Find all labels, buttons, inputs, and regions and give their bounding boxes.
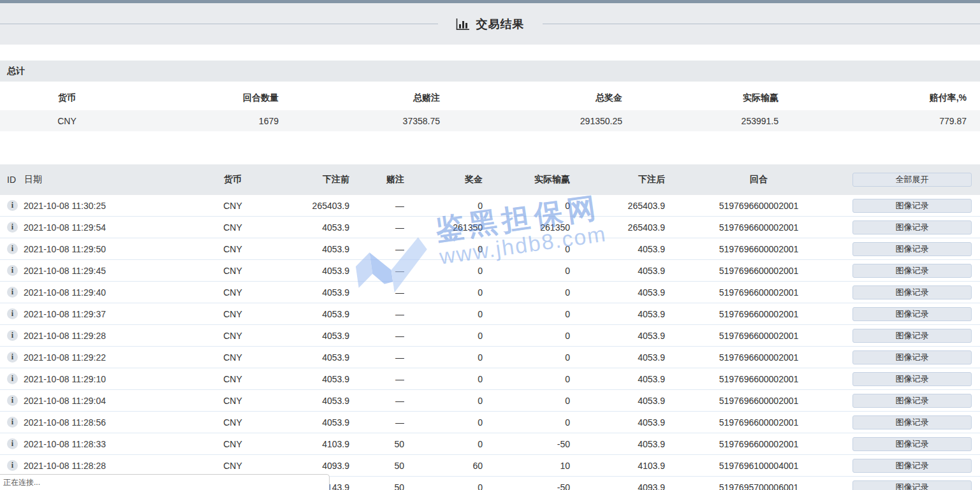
- image-record-button[interactable]: 图像记录: [852, 350, 972, 364]
- info-icon[interactable]: i: [7, 395, 18, 406]
- image-record-button[interactable]: 图像记录: [852, 285, 972, 299]
- header-prize: 奖金: [404, 174, 483, 185]
- connection-status-bar: 正在连接...: [0, 474, 330, 490]
- header-currency: 货币: [204, 174, 261, 185]
- totals-currency-value: CNY: [0, 116, 134, 126]
- page-title: 交易结果: [476, 17, 525, 32]
- info-icon[interactable]: i: [7, 287, 18, 298]
- row-actual-winloss: -50: [483, 482, 570, 490]
- info-icon[interactable]: i: [7, 330, 18, 341]
- info-icon[interactable]: i: [7, 200, 18, 211]
- row-bet: 50: [349, 482, 404, 490]
- row-date: 2021-10-08 11:29:40: [24, 287, 106, 298]
- info-icon[interactable]: i: [7, 243, 18, 254]
- table-row: i 2021-10-08 11:30:25 CNY 265403.9 — 0 0…: [0, 195, 980, 217]
- row-before-bet: 265403.9: [261, 201, 349, 211]
- row-currency: CNY: [204, 396, 261, 406]
- row-after-bet: 4103.9: [570, 461, 665, 471]
- row-prize: 0: [404, 374, 483, 384]
- row-prize: 0: [404, 244, 483, 254]
- info-icon[interactable]: i: [7, 265, 18, 276]
- table-row: i 2021-10-08 11:28:56 CNY 4053.9 — 0 0 4…: [0, 412, 980, 433]
- row-round: 5197696600002001: [665, 396, 852, 406]
- row-actual-winloss: 0: [483, 201, 570, 211]
- table-row: i 2021-10-08 11:29:40 CNY 4053.9 — 0 0 4…: [0, 282, 980, 303]
- info-icon[interactable]: i: [7, 438, 18, 449]
- table-row: i 2021-10-08 11:29:28 CNY 4053.9 — 0 0 4…: [0, 325, 980, 347]
- row-date: 2021-10-08 11:29:45: [24, 266, 106, 276]
- results-table-header: ID 日期 货币 下注前 赌注 奖金 实际输赢 下注后 回合 全部展开: [0, 164, 980, 195]
- row-currency: CNY: [204, 439, 261, 449]
- image-record-button[interactable]: 图像记录: [852, 372, 972, 386]
- row-round: 5197696600002001: [665, 374, 852, 384]
- totals-header-payout-rate: 赔付率,%: [779, 92, 980, 104]
- row-after-bet: 4053.9: [570, 374, 665, 384]
- row-date: 2021-10-08 11:28:33: [24, 439, 106, 449]
- row-prize: 0: [404, 287, 483, 298]
- image-record-button[interactable]: 图像记录: [852, 242, 972, 256]
- header-date: 日期: [24, 174, 42, 185]
- totals-section-label: 总计: [7, 66, 25, 77]
- row-actual-winloss: 0: [483, 396, 570, 406]
- table-row: i 2021-10-08 11:29:45 CNY 4053.9 — 0 0 4…: [0, 260, 980, 282]
- row-round: 5197695700006001: [665, 482, 852, 490]
- info-icon[interactable]: i: [7, 352, 18, 363]
- row-bet: —: [349, 287, 404, 298]
- image-record-button[interactable]: 图像记录: [852, 480, 972, 490]
- image-record-button[interactable]: 图像记录: [852, 437, 972, 451]
- totals-header-total-prize: 总奖金: [440, 92, 622, 104]
- row-round: 5197696600002001: [665, 352, 852, 363]
- row-prize: 261350: [404, 222, 483, 233]
- row-round: 5197696600002001: [665, 331, 852, 341]
- info-icon[interactable]: i: [7, 417, 18, 428]
- row-after-bet: 4053.9: [570, 331, 665, 341]
- table-row: i 2021-10-08 11:29:10 CNY 4053.9 — 0 0 4…: [0, 368, 980, 390]
- totals-total-bet-value: 37358.75: [279, 116, 440, 126]
- image-record-button[interactable]: 图像记录: [852, 220, 972, 234]
- totals-section-header: 总计: [0, 61, 980, 82]
- row-prize: 0: [404, 417, 483, 428]
- row-bet: —: [349, 244, 404, 254]
- row-currency: CNY: [204, 266, 261, 276]
- totals-rounds-value: 1679: [134, 116, 279, 126]
- table-row: i 2021-10-08 11:29:37 CNY 4053.9 — 0 0 4…: [0, 303, 980, 325]
- image-record-button[interactable]: 图像记录: [852, 415, 972, 429]
- table-row: i 2021-10-08 11:28:33 CNY 4103.9 50 0 -5…: [0, 433, 980, 455]
- image-record-button[interactable]: 图像记录: [852, 329, 972, 343]
- row-before-bet: 4053.9: [261, 352, 349, 363]
- row-prize: 0: [404, 482, 483, 490]
- info-icon[interactable]: i: [7, 373, 18, 384]
- info-icon[interactable]: i: [7, 460, 18, 471]
- row-currency: CNY: [204, 417, 261, 428]
- row-prize: 0: [404, 266, 483, 276]
- expand-all-button[interactable]: 全部展开: [852, 173, 972, 187]
- row-bet: —: [349, 417, 404, 428]
- info-icon[interactable]: i: [7, 222, 18, 233]
- row-bet: —: [349, 222, 404, 233]
- row-before-bet: 4053.9: [261, 309, 349, 319]
- row-prize: 0: [404, 439, 483, 449]
- row-after-bet: 4053.9: [570, 287, 665, 298]
- bar-chart-icon: [456, 18, 470, 31]
- row-after-bet: 4053.9: [570, 244, 665, 254]
- trade-results-page: 交易结果 总计 货币 回合数量 总赌注 总奖金 实际输赢 赔付率,% CNY 1…: [0, 0, 980, 490]
- image-record-button[interactable]: 图像记录: [852, 199, 972, 213]
- row-currency: CNY: [204, 222, 261, 233]
- title-divider-right: [543, 24, 980, 24]
- totals-payout-rate-value: 779.87: [779, 116, 980, 126]
- image-record-button[interactable]: 图像记录: [852, 459, 972, 473]
- row-date: 2021-10-08 11:29:10: [24, 374, 106, 384]
- image-record-button[interactable]: 图像记录: [852, 394, 972, 408]
- table-row: i 2021-10-08 11:29:04 CNY 4053.9 — 0 0 4…: [0, 390, 980, 412]
- row-round: 5197696600002001: [665, 417, 852, 428]
- row-after-bet: 265403.9: [570, 222, 665, 233]
- row-prize: 0: [404, 331, 483, 341]
- row-after-bet: 4053.9: [570, 396, 665, 406]
- row-prize: 0: [404, 201, 483, 211]
- row-actual-winloss: 261350: [483, 222, 570, 233]
- row-prize: 0: [404, 309, 483, 319]
- image-record-button[interactable]: 图像记录: [852, 264, 972, 278]
- totals-actual-winloss-value: 253991.5: [622, 116, 779, 126]
- image-record-button[interactable]: 图像记录: [852, 307, 972, 321]
- info-icon[interactable]: i: [7, 308, 18, 319]
